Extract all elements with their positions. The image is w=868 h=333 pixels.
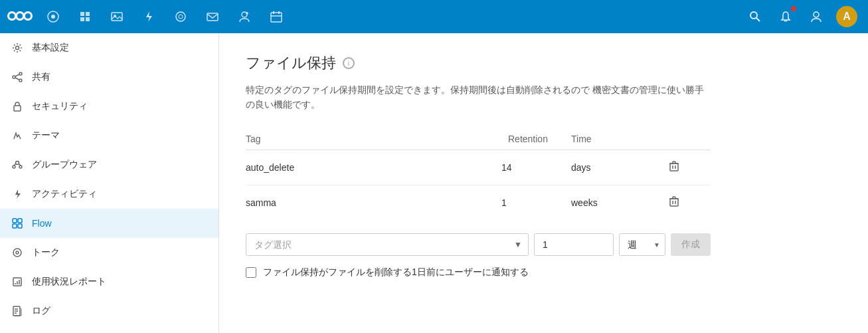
svg-rect-39 [13, 224, 17, 228]
main-content: ファイル保持 i 特定のタグのファイル保持期間を設定できます。保持期間後は自動削… [219, 33, 868, 333]
delete-row-2-button[interactable] [664, 193, 684, 212]
notification-checkbox-label[interactable]: ファイル保持がファイルを削除する1日前にユーザーに通知する [263, 267, 529, 278]
mail-icon [206, 10, 219, 23]
unit-select[interactable]: 週 日 時間 [619, 233, 665, 256]
time-cell-2: weeks [571, 185, 664, 220]
add-retention-form: タグ選択 ▼ 週 日 時間 ▼ 作成 [246, 233, 711, 256]
svg-point-5 [25, 13, 31, 19]
svg-rect-11 [86, 17, 90, 21]
info-icon[interactable]: i [343, 57, 355, 69]
tag-cell-1: auto_delete [246, 150, 501, 185]
topbar-nav [39, 2, 740, 31]
svg-point-28 [19, 72, 22, 75]
page-description: 特定のタグのファイル保持期間を設定できます。保持期間後は自動削除されるので 機密… [246, 82, 711, 112]
user-icon [810, 11, 822, 23]
time-cell-1: days [571, 150, 664, 185]
col-header-tag: Tag [246, 128, 501, 150]
topbar-right: A [740, 2, 861, 31]
svg-point-17 [242, 12, 247, 17]
svg-point-4 [17, 13, 23, 19]
nav-mail[interactable] [198, 2, 227, 31]
nav-photos[interactable] [102, 2, 131, 31]
sidebar-label-activity: アクティビティ [32, 188, 97, 200]
layout: 基本設定 共有 セキュリティ [0, 33, 868, 333]
svg-point-26 [814, 12, 819, 17]
svg-line-31 [15, 74, 19, 76]
sidebar-item-sharing[interactable]: 共有 [0, 62, 218, 92]
tag-cell-2: samma [246, 185, 501, 220]
create-button[interactable]: 作成 [671, 233, 711, 256]
svg-point-27 [16, 47, 19, 50]
logo[interactable] [7, 7, 33, 27]
sidebar-item-usage-report[interactable]: 使用状況レポート [0, 267, 218, 296]
trash-icon-2 [669, 196, 679, 207]
retention-number-input[interactable] [534, 233, 614, 256]
trash-icon [669, 161, 679, 171]
sidebar-item-theme[interactable]: テーマ [0, 121, 218, 150]
contacts-right-button[interactable] [802, 2, 831, 31]
svg-rect-37 [13, 219, 17, 223]
notification-checkbox[interactable] [246, 267, 256, 278]
svg-point-15 [179, 15, 183, 19]
nav-contacts[interactable] [230, 2, 259, 31]
theme-icon [11, 129, 24, 142]
search-button[interactable] [740, 2, 770, 31]
dashboard-icon [46, 10, 60, 23]
svg-point-42 [16, 251, 19, 254]
topbar: A [0, 0, 868, 33]
sidebar-label-log: ログ [32, 305, 50, 317]
lock-icon [11, 100, 24, 113]
user-avatar: A [836, 6, 857, 27]
sidebar-label-talk: トーク [32, 247, 60, 259]
usage-report-icon [11, 275, 24, 288]
notification-checkbox-row: ファイル保持がファイルを削除する1日前にユーザーに通知する [246, 267, 841, 278]
sidebar-label-flow: Flow [32, 218, 52, 229]
sidebar-label-groupware: グループウェア [32, 159, 97, 171]
calendar-icon [270, 10, 283, 23]
svg-line-25 [756, 18, 760, 21]
search-circle-icon [174, 10, 187, 23]
svg-point-36 [19, 166, 22, 168]
nav-dashboard[interactable] [39, 2, 68, 31]
sidebar-item-flow[interactable]: Flow [0, 209, 218, 238]
share-icon [11, 70, 24, 84]
contacts-icon [238, 10, 251, 23]
sidebar-item-security[interactable]: セキュリティ [0, 92, 218, 121]
talk-icon [11, 246, 24, 259]
svg-point-30 [19, 79, 22, 82]
svg-rect-51 [670, 164, 678, 171]
tag-select-wrapper: タグ選択 ▼ [246, 233, 529, 256]
sidebar-item-talk[interactable]: トーク [0, 238, 218, 267]
svg-point-29 [13, 76, 15, 78]
svg-rect-33 [14, 106, 21, 111]
notifications-button[interactable] [771, 2, 800, 31]
nav-files[interactable] [70, 2, 100, 31]
tag-select[interactable]: タグ選択 [246, 233, 529, 256]
sidebar-item-groupware[interactable]: グループウェア [0, 150, 218, 179]
sidebar-item-basic-settings[interactable]: 基本設定 [0, 33, 218, 62]
sidebar-item-log[interactable]: ログ [0, 296, 218, 326]
sidebar-label-theme: テーマ [32, 130, 60, 142]
retention-cell-2: 1 [501, 185, 571, 220]
log-icon [11, 304, 24, 318]
retention-table: Tag Retention Time auto_delete 14 days [246, 128, 711, 220]
photos-icon [110, 10, 124, 23]
user-menu-button[interactable]: A [832, 2, 861, 31]
page-title-container: ファイル保持 i [246, 53, 841, 73]
nav-calendar[interactable] [262, 2, 291, 31]
nav-activity[interactable] [134, 2, 163, 31]
svg-point-7 [51, 15, 55, 19]
table-row: auto_delete 14 days [246, 150, 711, 185]
svg-point-14 [176, 12, 185, 21]
action-cell-1 [664, 150, 711, 185]
nav-search[interactable] [166, 2, 195, 31]
delete-row-1-button[interactable] [664, 158, 684, 177]
svg-line-32 [15, 78, 19, 80]
sidebar-label-usage-report: 使用状況レポート [32, 276, 106, 288]
notification-badge [791, 6, 796, 11]
col-header-retention: Retention [501, 128, 571, 150]
page-title: ファイル保持 [246, 53, 336, 73]
svg-rect-9 [86, 12, 90, 16]
svg-rect-40 [18, 224, 22, 228]
sidebar-item-activity[interactable]: アクティビティ [0, 179, 218, 209]
